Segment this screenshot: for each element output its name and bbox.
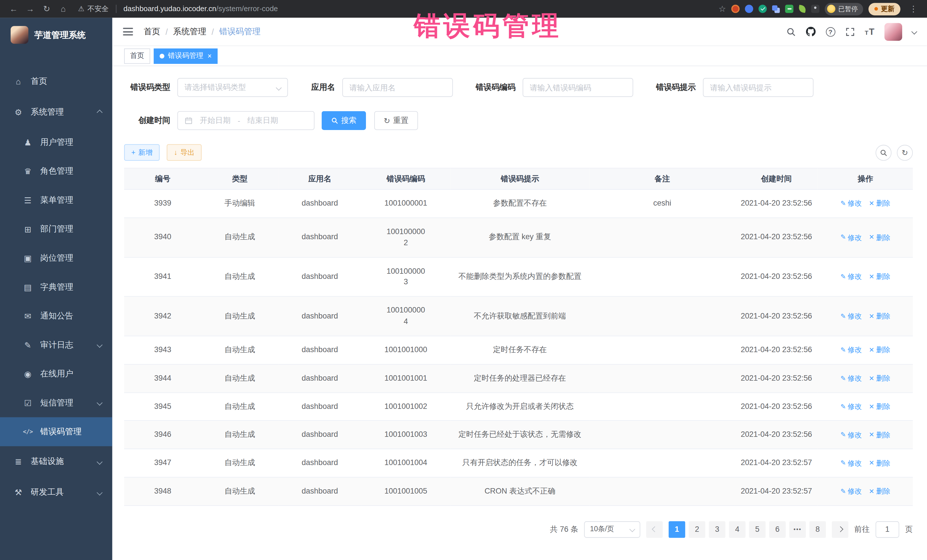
search-button[interactable]: 搜索	[322, 111, 366, 130]
edit-link[interactable]: ✎修改	[840, 272, 862, 282]
sidebar-item-11[interactable]: ☑短信管理	[0, 389, 112, 417]
edit-link[interactable]: ✎修改	[840, 458, 862, 469]
user-avatar[interactable]	[884, 23, 902, 41]
delete-link[interactable]: ✕删除	[869, 487, 890, 497]
page-button-2[interactable]: 2	[689, 521, 705, 538]
delete-link[interactable]: ✕删除	[869, 402, 890, 412]
font-size-large-t: T	[869, 27, 874, 36]
app-name-input[interactable]	[350, 83, 446, 92]
delete-link[interactable]: ✕删除	[869, 458, 890, 469]
delete-link[interactable]: ✕删除	[869, 272, 890, 282]
sidebar-item-6[interactable]: ▣岗位管理	[0, 243, 112, 273]
edit-link[interactable]: ✎修改	[840, 345, 862, 355]
tab-0[interactable]: 首页	[124, 48, 150, 64]
cell-id: 3939	[124, 189, 201, 217]
browser-update-button[interactable]: 更新	[869, 3, 900, 15]
address-bar[interactable]: dashboard.yudao.iocoder.cn/system/error-…	[123, 5, 278, 13]
sidebar-item-12[interactable]: </>错误码管理	[0, 417, 112, 446]
extension-icon-1[interactable]	[731, 5, 740, 13]
sidebar-item-8[interactable]: ✉通知公告	[0, 301, 112, 331]
search-icon[interactable]	[786, 27, 795, 36]
breadcrumb-item-0[interactable]: 首页	[144, 26, 160, 37]
page-size-select[interactable]: 10条/页	[584, 521, 640, 538]
sidebar-item-5[interactable]: ⊞部门管理	[0, 214, 112, 243]
page-button-8[interactable]: 8	[810, 521, 826, 538]
export-button[interactable]: ↓ 导出	[167, 144, 202, 161]
add-button[interactable]: + 新增	[124, 144, 160, 161]
tab-1[interactable]: 错误码管理×	[154, 48, 217, 64]
bookmark-star-icon[interactable]: ☆	[719, 4, 726, 14]
sidebar-item-1[interactable]: ⚙系统管理	[0, 97, 112, 128]
browser-reload-icon[interactable]: ↻	[39, 4, 55, 14]
sidebar-item-13[interactable]: ≣基础设施	[0, 446, 112, 477]
next-page-button[interactable]	[832, 521, 848, 538]
reset-button[interactable]: ↻ 重置	[374, 111, 418, 130]
page-button-5[interactable]: 5	[749, 521, 766, 538]
edit-link[interactable]: ✎修改	[840, 402, 862, 412]
browser-forward-icon[interactable]: →	[23, 4, 38, 14]
error-msg-input[interactable]	[710, 83, 806, 92]
delete-link[interactable]: ✕删除	[869, 373, 890, 384]
extension-icon-2[interactable]	[745, 5, 753, 13]
edit-link[interactable]: ✎修改	[840, 487, 862, 497]
browser-menu-icon[interactable]: ⋮	[906, 4, 921, 14]
edit-link[interactable]: ✎修改	[840, 233, 862, 243]
page-more-button[interactable]: •••	[789, 521, 806, 538]
date-range-picker[interactable]: 开始日期 - 结束日期	[178, 111, 315, 130]
page-button-1[interactable]: 1	[669, 521, 685, 538]
page-button-3[interactable]: 3	[709, 521, 725, 538]
delete-link[interactable]: ✕删除	[869, 311, 890, 322]
extension-icon-3[interactable]	[758, 5, 767, 13]
cell-msg: 不允许获取敏感配置到前端	[450, 296, 590, 336]
github-icon[interactable]	[806, 27, 816, 36]
delete-link[interactable]: ✕删除	[869, 345, 890, 355]
delete-link[interactable]: ✕删除	[869, 430, 890, 440]
cell-app: dashboard	[278, 296, 362, 336]
chevron-down-icon[interactable]	[911, 29, 917, 35]
tab-close-icon[interactable]: ×	[208, 52, 212, 59]
cell-code: 1001001003	[362, 421, 450, 449]
table-header-row: 编号类型应用名错误码编码错误码提示备注创建时间操作	[124, 168, 913, 190]
edit-link[interactable]: ✎修改	[840, 199, 862, 209]
table-row: 3943自动生成dashboard1001001000定时任务不存在2021-0…	[124, 336, 913, 364]
refresh-table-button[interactable]: ↻	[897, 144, 913, 161]
delete-link[interactable]: ✕删除	[869, 233, 890, 243]
extension-icon-4[interactable]	[772, 5, 778, 11]
security-indicator[interactable]: ⚠ 不安全	[78, 4, 109, 14]
page-button-6[interactable]: 6	[769, 521, 786, 538]
delete-link[interactable]: ✕删除	[869, 199, 890, 209]
notice-icon: ✉	[23, 311, 33, 320]
extension-icon-5[interactable]	[785, 5, 793, 13]
paused-extension-badge[interactable]: 已暂停	[825, 3, 863, 15]
font-size-icon[interactable]: T T	[865, 27, 874, 36]
prev-page-button[interactable]	[646, 521, 663, 538]
sidebar-item-0[interactable]: ⌂首页	[0, 66, 112, 97]
edit-link[interactable]: ✎修改	[840, 373, 862, 384]
column-header-0: 编号	[124, 168, 201, 190]
goto-page-input[interactable]	[876, 521, 899, 538]
help-icon[interactable]: ?	[826, 27, 835, 36]
puzzle-extension-icon[interactable]	[811, 5, 819, 13]
sidebar-collapse-icon[interactable]	[123, 28, 133, 35]
sidebar-item-10[interactable]: ◉在线用户	[0, 359, 112, 389]
browser-back-icon[interactable]: ←	[6, 4, 21, 14]
cell-remark	[590, 364, 735, 392]
sidebar-item-9[interactable]: ✎审计日志	[0, 331, 112, 360]
breadcrumb-item-1[interactable]: 系统管理	[173, 26, 206, 37]
sidebar-item-3[interactable]: ♛角色管理	[0, 156, 112, 186]
error-code-input[interactable]	[530, 83, 626, 92]
reset-button-label: 重置	[393, 115, 409, 126]
app-logo[interactable]: 芋道管理系统	[0, 18, 112, 52]
sidebar-item-4[interactable]: ☰菜单管理	[0, 186, 112, 215]
sidebar-item-7[interactable]: ▤字典管理	[0, 273, 112, 302]
extension-icon-6[interactable]	[798, 5, 806, 13]
error-type-select[interactable]: 请选择错误码类型	[178, 78, 288, 97]
sidebar-item-2[interactable]: ♟用户管理	[0, 128, 112, 157]
sidebar-item-14[interactable]: ⚒研发工具	[0, 477, 112, 508]
edit-link[interactable]: ✎修改	[840, 430, 862, 440]
browser-home-icon[interactable]: ⌂	[56, 4, 71, 14]
show-search-button[interactable]	[876, 144, 892, 161]
page-button-4[interactable]: 4	[729, 521, 746, 538]
fullscreen-icon[interactable]	[845, 27, 854, 36]
edit-link[interactable]: ✎修改	[840, 311, 862, 322]
